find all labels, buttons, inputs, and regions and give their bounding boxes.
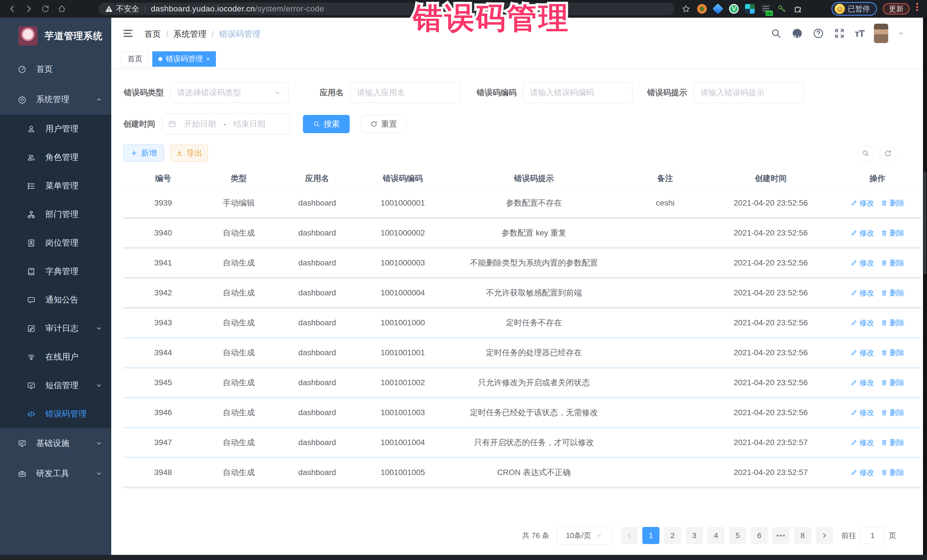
extensions-puzzle-icon[interactable] [793, 4, 802, 14]
delete-link[interactable]: 删除 [880, 377, 904, 389]
browser-address-bar[interactable]: 不安全 dashboard.yudao.iocoder.cn/system/er… [99, 3, 675, 15]
extension-grid-icon[interactable] [745, 4, 755, 14]
header-search-icon[interactable] [770, 28, 782, 39]
edit-link[interactable]: 修改 [850, 227, 874, 239]
reset-button[interactable]: 重置 [361, 115, 406, 133]
scrollbar-thumb[interactable] [924, 171, 926, 274]
sidebar-item-label: 系统管理 [36, 94, 69, 105]
pagination-more[interactable]: ••• [772, 527, 790, 544]
filter-input-错误码编码[interactable]: 请输入错误码编码 [523, 82, 632, 103]
sidebar-submenu: 用户管理角色管理菜单管理部门管理岗位管理字典管理通知公告审计日志在线用户短信管理… [0, 115, 111, 428]
search-button[interactable]: 搜索 [303, 115, 350, 133]
extension-vue-devtools-icon[interactable]: V [729, 4, 739, 14]
sidebar-item-审计日志[interactable]: 审计日志 [0, 314, 111, 343]
prev-page-button[interactable] [621, 527, 638, 544]
tab-close-icon[interactable]: × [206, 55, 210, 63]
browser-reload-icon[interactable] [41, 4, 50, 14]
avatar-caret-icon[interactable] [898, 30, 904, 36]
edit-link[interactable]: 修改 [850, 377, 874, 389]
sidebar-logo-row[interactable]: 芋道管理系统 [0, 18, 111, 54]
edit-link[interactable]: 修改 [850, 347, 874, 358]
edit-link[interactable]: 修改 [850, 287, 874, 299]
refresh-table-icon-button[interactable] [880, 145, 896, 162]
page-button-1[interactable]: 1 [642, 527, 660, 544]
toggle-search-icon-button[interactable] [857, 145, 874, 162]
sidebar-item-菜单管理[interactable]: 菜单管理 [0, 171, 111, 200]
filter-select-错误码类型[interactable]: 请选择错误码类型 [170, 82, 288, 103]
edit-link[interactable]: 修改 [850, 257, 874, 269]
help-icon[interactable] [813, 28, 824, 39]
export-button[interactable]: 导出 [170, 144, 208, 162]
sidebar-item-首页[interactable]: 首页 [0, 54, 111, 84]
browser-profile-chip[interactable]: ☺ 已暂停 [831, 2, 877, 16]
filter-input-错误码提示[interactable]: 请输入错误码提示 [693, 82, 804, 103]
sidebar-item-研发工具[interactable]: 研发工具 [0, 458, 111, 489]
edit-link[interactable]: 修改 [850, 197, 874, 209]
delete-link[interactable]: 删除 [880, 257, 904, 269]
tab-错误码管理[interactable]: 错误码管理× [152, 51, 216, 67]
page-size-select[interactable]: 10条/页 [557, 527, 611, 545]
sidebar-toggle-icon[interactable] [122, 27, 134, 39]
sidebar-item-短信管理[interactable]: 短信管理 [0, 371, 111, 400]
page-button-3[interactable]: 3 [686, 527, 703, 544]
next-page-button[interactable] [816, 527, 833, 544]
delete-link[interactable]: 删除 [880, 197, 904, 209]
browser-menu-icon[interactable] [916, 3, 918, 11]
row-app: dashboard [274, 403, 360, 422]
sidebar-item-岗位管理[interactable]: 岗位管理 [0, 229, 111, 257]
edit-link[interactable]: 修改 [850, 467, 874, 478]
delete-link[interactable]: 删除 [880, 407, 904, 418]
sidebar-item-基础设施[interactable]: 基础设施 [0, 428, 111, 458]
create-time-range-input[interactable]: 开始日期 - 结束日期 [162, 114, 290, 134]
browser-back-icon[interactable] [8, 4, 17, 14]
page-button-2[interactable]: 2 [664, 527, 681, 544]
delete-link[interactable]: 删除 [880, 287, 904, 299]
delete-link[interactable]: 删除 [880, 227, 904, 239]
edit-link[interactable]: 修改 [850, 407, 874, 418]
window-scrollbar[interactable] [923, 18, 927, 555]
row-memo [622, 259, 708, 267]
user-avatar[interactable] [874, 24, 888, 43]
column-header-操作: 操作 [833, 169, 921, 188]
delete-link[interactable]: 删除 [880, 347, 904, 358]
sidebar-item-通知公告[interactable]: 通知公告 [0, 286, 111, 314]
extension-tabs-icon[interactable]: on [761, 4, 771, 14]
chevron-down-icon [95, 470, 103, 477]
goto-page-input[interactable]: 1 [860, 527, 885, 544]
extension-orange-icon[interactable] [697, 4, 707, 14]
tab-首页[interactable]: 首页 [122, 51, 148, 67]
code-icon [27, 410, 36, 419]
delete-link[interactable]: 删除 [880, 467, 904, 478]
breadcrumb-item-系统管理[interactable]: 系统管理 [173, 29, 207, 40]
fullscreen-icon[interactable] [834, 28, 845, 39]
error-code-value: 1001001003 [380, 408, 425, 417]
sidebar-item-角色管理[interactable]: 角色管理 [0, 143, 111, 171]
sidebar-item-字典管理[interactable]: 字典管理 [0, 257, 111, 286]
page-button-5[interactable]: 5 [729, 527, 746, 544]
bookmark-star-icon[interactable] [681, 4, 691, 14]
delete-link[interactable]: 删除 [880, 317, 904, 328]
sidebar-item-部门管理[interactable]: 部门管理 [0, 200, 111, 229]
row-message: 定时任务已经处于该状态，无需修改 [445, 403, 622, 422]
sidebar-item-用户管理[interactable]: 用户管理 [0, 115, 111, 143]
browser-forward-icon[interactable] [24, 4, 33, 14]
page-button-4[interactable]: 4 [707, 527, 725, 544]
extension-gem-icon[interactable] [713, 3, 723, 14]
edit-link[interactable]: 修改 [850, 437, 874, 448]
filter-input-应用名[interactable]: 请输入应用名 [350, 82, 460, 103]
sidebar-item-系统管理[interactable]: 系统管理 [0, 84, 111, 115]
browser-update-button[interactable]: 更新 [883, 3, 910, 15]
github-icon[interactable] [792, 28, 803, 39]
page-button-8[interactable]: 8 [794, 527, 811, 544]
edit-link[interactable]: 修改 [850, 317, 874, 328]
sidebar-item-在线用户[interactable]: 在线用户 [0, 343, 111, 371]
page-button-6[interactable]: 6 [751, 527, 768, 544]
browser-chrome: 不安全 dashboard.yudao.iocoder.cn/system/er… [0, 0, 927, 18]
add-button[interactable]: 新增 [123, 144, 164, 162]
font-size-icon[interactable]: тT [855, 28, 864, 39]
breadcrumb-item-首页[interactable]: 首页 [144, 29, 161, 40]
extension-key-icon[interactable] [777, 4, 787, 14]
delete-link[interactable]: 删除 [880, 437, 904, 448]
browser-home-icon[interactable] [57, 4, 67, 14]
sidebar-item-错误码管理[interactable]: 错误码管理 [0, 400, 111, 428]
